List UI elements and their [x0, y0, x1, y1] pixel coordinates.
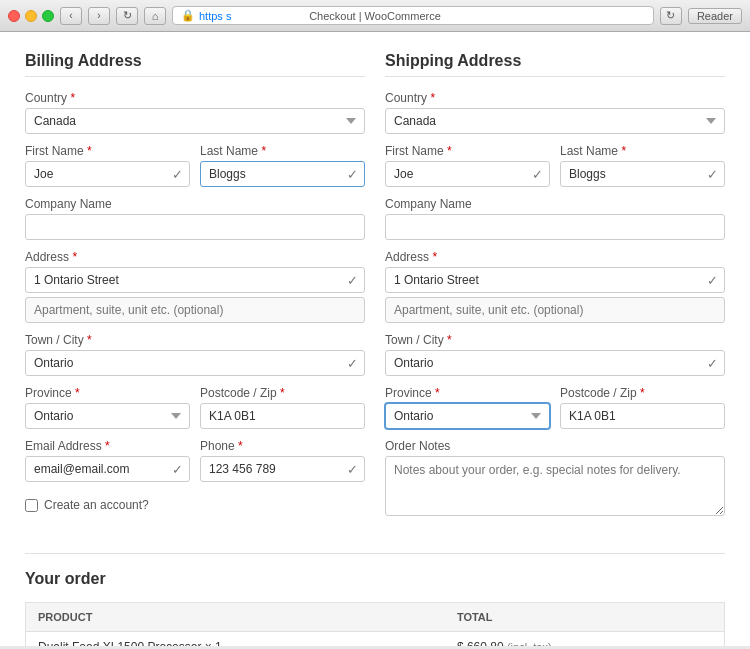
shipping-last-name-group: Last Name * ✓	[560, 144, 725, 187]
billing-email-label: Email Address *	[25, 439, 190, 453]
create-account-checkbox[interactable]	[25, 499, 38, 512]
checkmark-icon: ✓	[172, 462, 183, 477]
lock-icon: 🔒	[181, 9, 195, 22]
billing-province-row: Province * Ontario Postcode / Zip *	[25, 386, 365, 439]
traffic-lights	[8, 10, 54, 22]
checkmark-icon: ✓	[347, 167, 358, 182]
billing-company-group: Company Name	[25, 197, 365, 240]
col-total-header: TOTAL	[445, 603, 725, 632]
required-star: *	[70, 91, 75, 105]
order-notes-textarea[interactable]	[385, 456, 725, 516]
order-notes-group: Order Notes	[385, 439, 725, 519]
billing-last-name-wrapper: ✓	[200, 161, 365, 187]
forward-button[interactable]: ›	[88, 7, 110, 25]
billing-last-name-group: Last Name * ✓	[200, 144, 365, 187]
shipping-last-name-input[interactable]	[560, 161, 725, 187]
shipping-postcode-input[interactable]	[560, 403, 725, 429]
back-button[interactable]: ‹	[60, 7, 82, 25]
minimize-button[interactable]	[25, 10, 37, 22]
shipping-address-label: Address *	[385, 250, 725, 264]
page-content: Billing Address Country * Canada First N…	[0, 32, 750, 646]
shipping-province-select[interactable]: Ontario	[385, 403, 550, 429]
checkmark-icon: ✓	[347, 273, 358, 288]
order-title: Your order	[25, 570, 725, 588]
shipping-city-group: Town / City * ✓	[385, 333, 725, 376]
billing-first-name-group: First Name * ✓	[25, 144, 190, 187]
shipping-country-select[interactable]: Canada	[385, 108, 725, 134]
shipping-country-label: Country *	[385, 91, 725, 105]
billing-country-group: Country * Canada	[25, 91, 365, 134]
refresh-button-right[interactable]: ↻	[660, 7, 682, 25]
billing-first-name-input[interactable]	[25, 161, 190, 187]
billing-country-label: Country *	[25, 91, 365, 105]
billing-address2-input[interactable]	[25, 297, 365, 323]
billing-email-input[interactable]	[25, 456, 190, 482]
shipping-last-name-wrapper: ✓	[560, 161, 725, 187]
create-account-group: Create an account?	[25, 498, 365, 512]
home-button[interactable]: ⌂	[144, 7, 166, 25]
product-name-cell: Dualit Food XL1500 Processor × 1	[26, 632, 445, 647]
billing-title: Billing Address	[25, 52, 365, 77]
billing-city-wrapper: ✓	[25, 350, 365, 376]
billing-email-group: Email Address * ✓	[25, 439, 190, 482]
reader-button[interactable]: Reader	[688, 8, 742, 24]
shipping-province-label: Province *	[385, 386, 550, 400]
shipping-province-group: Province * Ontario	[385, 386, 550, 429]
shipping-first-name-input[interactable]	[385, 161, 550, 187]
shipping-company-label: Company Name	[385, 197, 725, 211]
shipping-address1-input[interactable]	[385, 267, 725, 293]
billing-address1-input[interactable]	[25, 267, 365, 293]
billing-postcode-label: Postcode / Zip *	[200, 386, 365, 400]
billing-email-wrapper: ✓	[25, 456, 190, 482]
product-price-cell: $ 660.80 (incl. tax)	[445, 632, 725, 647]
billing-email-phone-row: Email Address * ✓ Phone * ✓	[25, 439, 365, 492]
billing-country-select[interactable]: Canada	[25, 108, 365, 134]
maximize-button[interactable]	[42, 10, 54, 22]
billing-phone-input[interactable]	[200, 456, 365, 482]
billing-province-group: Province * Ontario	[25, 386, 190, 429]
checkmark-icon: ✓	[172, 167, 183, 182]
billing-first-name-label: First Name *	[25, 144, 190, 158]
shipping-company-input[interactable]	[385, 214, 725, 240]
billing-phone-wrapper: ✓	[200, 456, 365, 482]
shipping-address2-input[interactable]	[385, 297, 725, 323]
shipping-city-input[interactable]	[385, 350, 725, 376]
billing-city-label: Town / City *	[25, 333, 365, 347]
billing-name-row: First Name * ✓ Last Name * ✓	[25, 144, 365, 197]
billing-province-select[interactable]: Ontario	[25, 403, 190, 429]
billing-company-label: Company Name	[25, 197, 365, 211]
billing-section: Billing Address Country * Canada First N…	[25, 52, 365, 529]
product-row: Dualit Food XL1500 Processor × 1 $ 660.8…	[26, 632, 725, 647]
shipping-section: Shipping Address Country * Canada First …	[385, 52, 725, 529]
order-table: PRODUCT TOTAL Dualit Food XL1500 Process…	[25, 602, 725, 646]
shipping-first-name-wrapper: ✓	[385, 161, 550, 187]
url-text: https s	[199, 10, 231, 22]
shipping-first-name-label: First Name *	[385, 144, 550, 158]
checkmark-icon: ✓	[707, 167, 718, 182]
checkmark-icon: ✓	[347, 462, 358, 477]
checkmark-icon: ✓	[532, 167, 543, 182]
shipping-postcode-label: Postcode / Zip *	[560, 386, 725, 400]
billing-postcode-input[interactable]	[200, 403, 365, 429]
billing-last-name-label: Last Name *	[200, 144, 365, 158]
billing-first-name-wrapper: ✓	[25, 161, 190, 187]
create-account-label: Create an account?	[44, 498, 149, 512]
shipping-address1-wrapper: ✓	[385, 267, 725, 293]
billing-phone-group: Phone * ✓	[200, 439, 365, 482]
shipping-country-group: Country * Canada	[385, 91, 725, 134]
shipping-city-label: Town / City *	[385, 333, 725, 347]
shipping-province-row: Province * Ontario Postcode / Zip *	[385, 386, 725, 439]
billing-last-name-input[interactable]	[200, 161, 365, 187]
billing-company-input[interactable]	[25, 214, 365, 240]
billing-phone-label: Phone *	[200, 439, 365, 453]
shipping-company-group: Company Name	[385, 197, 725, 240]
shipping-title: Shipping Address	[385, 52, 725, 77]
billing-postcode-group: Postcode / Zip *	[200, 386, 365, 429]
billing-city-input[interactable]	[25, 350, 365, 376]
checkmark-icon: ✓	[707, 273, 718, 288]
billing-address-group: Address * ✓	[25, 250, 365, 323]
close-button[interactable]	[8, 10, 20, 22]
shipping-name-row: First Name * ✓ Last Name * ✓	[385, 144, 725, 197]
billing-province-label: Province *	[25, 386, 190, 400]
refresh-button[interactable]: ↻	[116, 7, 138, 25]
